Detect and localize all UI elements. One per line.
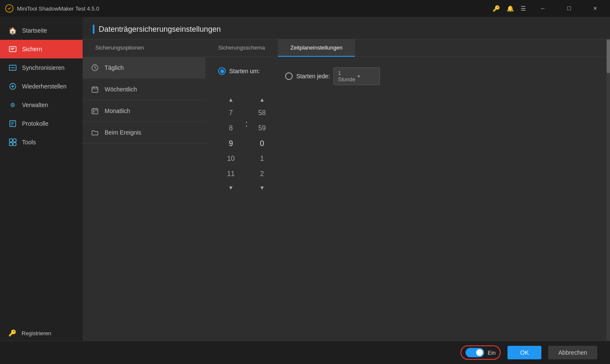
cancel-button[interactable]: Abbrechen	[548, 346, 597, 359]
minute-58: 58	[250, 105, 275, 121]
menu-label-woechentlich: Wöchentlich	[105, 86, 137, 93]
svg-rect-14	[93, 111, 94, 113]
radio-start-time[interactable]: Starten um:	[218, 67, 260, 75]
bell-icon[interactable]: 🔔	[507, 5, 514, 12]
titlebar-right: 🔑 🔔 ☰ ─ ☐ ✕	[493, 0, 605, 17]
hour-column: ▲ 7 8 9 10 11 ▼	[218, 94, 244, 193]
toggle-area: Ein	[460, 345, 501, 360]
app-title: MiniTool ShadowMaker Test 4.5.0	[17, 6, 99, 12]
minute-up-button[interactable]: ▲	[254, 94, 271, 105]
menu-item-woechentlich[interactable]: Wöchentlich	[83, 79, 205, 100]
key-icon[interactable]: 🔑	[493, 5, 500, 12]
sidebar: 🏠 Startseite Sichern	[0, 17, 83, 364]
svg-rect-13	[92, 109, 98, 114]
hour-11: 11	[218, 166, 244, 182]
tab-sicherungsoptionen[interactable]: Sicherungsoptionen	[83, 39, 157, 57]
sidebar-item-verwalten[interactable]: Verwalten	[0, 96, 83, 114]
radio-start-time-circle[interactable]	[218, 67, 226, 75]
sidebar-item-sichern[interactable]: Sichern	[0, 40, 83, 58]
hour-down-button[interactable]: ▼	[222, 182, 239, 193]
start-time-label: Starten um:	[229, 68, 260, 74]
svg-rect-10	[13, 143, 16, 146]
sidebar-item-synchronisieren[interactable]: Synchronisieren	[0, 58, 83, 77]
sidebar-label-synchronisieren: Synchronisieren	[22, 64, 64, 71]
svg-rect-8	[13, 139, 16, 142]
sync-icon	[8, 63, 17, 72]
tab-zeitplaneinstellungen[interactable]: Zeitplaneinstellungen	[278, 39, 355, 57]
scrollbar[interactable]	[607, 39, 610, 364]
hour-7: 7	[218, 105, 244, 121]
minute-2: 2	[250, 166, 275, 182]
calendar2-icon	[90, 106, 100, 116]
hour-8: 8	[218, 121, 244, 136]
sidebar-label-protokolle: Protokolle	[22, 120, 48, 127]
minute-59: 59	[250, 121, 275, 136]
page-title-bar: Datenträgersicherungseinstellungen	[83, 17, 610, 39]
backup-icon	[8, 45, 17, 53]
sidebar-item-protokolle[interactable]: Protokolle	[0, 114, 83, 133]
maximize-button[interactable]: ☐	[559, 0, 579, 17]
sidebar-label-sichern: Sichern	[22, 46, 42, 52]
menu-item-monatlich[interactable]: Monatlich	[83, 100, 205, 122]
sidebar-item-tools[interactable]: Tools	[0, 133, 83, 152]
menu-label-taeglich: Täglich	[105, 64, 124, 71]
radio-row: Starten um: Starten jede: 1 Stunde ▾	[218, 67, 597, 85]
sidebar-nav: 🏠 Startseite Sichern	[0, 17, 83, 318]
app-logo	[5, 4, 14, 13]
radio-start-every-circle[interactable]	[285, 72, 293, 80]
minute-1: 1	[250, 151, 275, 166]
time-separator: :	[244, 119, 250, 129]
sidebar-item-registrieren[interactable]: 🔑 Registrieren	[0, 325, 83, 341]
chevron-down-icon: ▾	[358, 74, 375, 79]
radio-start-every[interactable]: Starten jede: 1 Stunde ▾	[285, 67, 380, 85]
menu-icon[interactable]: ☰	[521, 5, 526, 12]
calendar-icon	[90, 85, 100, 94]
tab-sicherungsschema[interactable]: Sicherungsschema	[205, 39, 278, 57]
page-title: Datenträgersicherungseinstellungen	[99, 25, 221, 34]
sidebar-label-verwalten: Verwalten	[22, 102, 48, 108]
main-layout: 🏠 Startseite Sichern	[0, 17, 610, 364]
schedule-toggle[interactable]	[466, 348, 484, 357]
tools-icon	[8, 138, 17, 146]
menu-list: Täglich Wöchentlich	[83, 57, 205, 364]
schedule-content: Starten um: Starten jede: 1 Stunde ▾	[205, 57, 610, 204]
home-icon: 🏠	[8, 26, 17, 35]
sidebar-item-startseite[interactable]: 🏠 Startseite	[0, 21, 83, 40]
ok-button[interactable]: OK	[507, 346, 541, 359]
close-button[interactable]: ✕	[585, 0, 605, 17]
svg-rect-7	[9, 139, 12, 142]
titlebar: MiniTool ShadowMaker Test 4.5.0 🔑 🔔 ☰ ─ …	[0, 0, 610, 17]
left-tabs-header: Sicherungsoptionen	[83, 39, 205, 57]
hour-up-button[interactable]: ▲	[222, 94, 239, 105]
content-area: Datenträgersicherungseinstellungen Siche…	[83, 17, 610, 364]
left-panel: Sicherungsoptionen Täglich	[83, 39, 205, 364]
titlebar-left: MiniTool ShadowMaker Test 4.5.0	[5, 4, 99, 13]
svg-rect-9	[9, 143, 12, 146]
manage-icon	[8, 101, 17, 109]
minute-column: ▲ 58 59 0 1 2 ▼	[250, 94, 275, 193]
sidebar-label-registrieren: Registrieren	[22, 330, 51, 336]
start-every-label: Starten jede:	[296, 73, 330, 80]
register-icon: 🔑	[8, 329, 17, 337]
dialog-body: Sicherungsoptionen Täglich	[83, 39, 610, 364]
right-tabs-header: Sicherungsschema Zeitplaneinstellungen	[205, 39, 610, 57]
sidebar-label-tools: Tools	[22, 139, 36, 146]
minute-down-button[interactable]: ▼	[254, 182, 271, 193]
svg-rect-1	[9, 47, 16, 52]
toggle-label: Ein	[488, 350, 496, 356]
minute-current: 0	[250, 136, 275, 151]
interval-value: 1 Stunde	[338, 70, 356, 83]
sidebar-item-wiederherstellen[interactable]: Wiederherstellen	[0, 77, 83, 96]
folder-icon	[90, 128, 100, 137]
right-panel: Sicherungsschema Zeitplaneinstellungen S…	[205, 39, 610, 364]
time-picker: ▲ 7 8 9 10 11 ▼ :	[218, 94, 597, 193]
menu-item-beim-ereignis[interactable]: Beim Ereignis	[83, 122, 205, 143]
hour-current: 9	[218, 136, 244, 151]
scrollbar-thumb[interactable]	[607, 39, 610, 73]
menu-label-beim-ereignis: Beim Ereignis	[105, 129, 141, 136]
restore-icon	[8, 82, 17, 91]
menu-item-taeglich[interactable]: Täglich	[83, 57, 205, 79]
bottom-bar: Ein OK Abbrechen	[0, 341, 610, 364]
minimize-button[interactable]: ─	[533, 0, 552, 17]
svg-point-5	[12, 105, 14, 106]
